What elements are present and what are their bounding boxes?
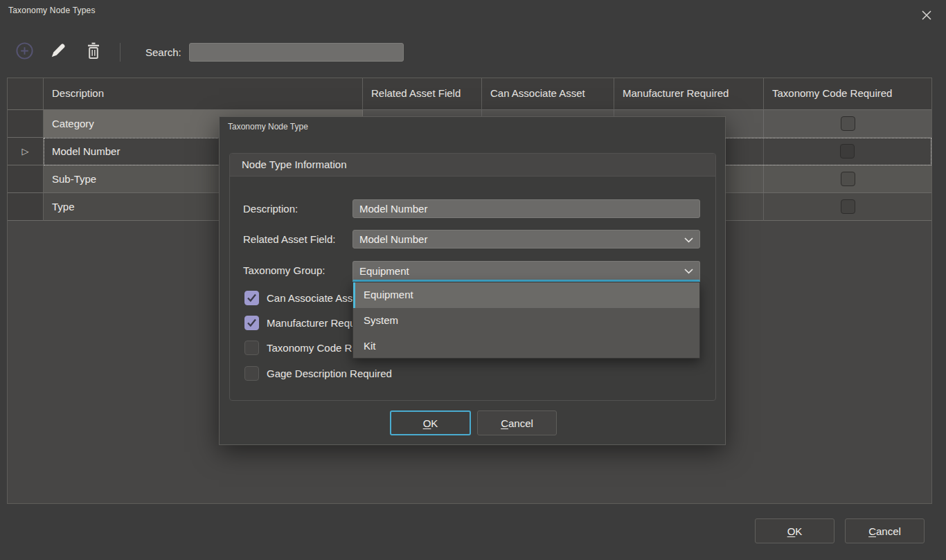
- column-header-description[interactable]: Description: [44, 78, 363, 110]
- dropdown-option-equipment[interactable]: Equipment: [353, 282, 699, 308]
- dropdown-option-system[interactable]: System: [353, 308, 699, 334]
- taxonomy-group-dropdown-list: Equipment System Kit: [352, 282, 700, 359]
- chevron-down-icon: [684, 237, 693, 243]
- add-circle-icon: [15, 41, 35, 61]
- manufacturer-required-checkbox[interactable]: [244, 316, 259, 330]
- taxonomy-code-required-checkbox[interactable]: [841, 116, 855, 131]
- description-input[interactable]: [352, 199, 700, 218]
- cancel-button[interactable]: Cancel: [845, 518, 925, 543]
- column-header-can-associate-asset[interactable]: Can Associate Asset: [482, 78, 614, 110]
- taxonomy-code-required-cell[interactable]: [764, 193, 931, 221]
- pencil-icon: [49, 42, 67, 60]
- description-label: Description:: [243, 199, 298, 218]
- gage-description-required-checkbox[interactable]: [244, 366, 259, 381]
- edit-button[interactable]: [48, 40, 69, 61]
- check-icon: [247, 318, 257, 327]
- taxonomy-code-required-cell[interactable]: [764, 138, 931, 165]
- current-row-indicator-icon: ▷: [22, 146, 29, 156]
- checkbox-label: Gage Description Required: [267, 368, 392, 379]
- delete-button[interactable]: [83, 40, 104, 61]
- window-title: Taxonomy Node Types: [8, 6, 96, 15]
- taxonomy-code-required-cell[interactable]: [764, 110, 931, 138]
- can-associate-asset-option[interactable]: Can Associate Asset: [244, 291, 362, 305]
- table-header-row: Description Related Asset Field Can Asso…: [8, 78, 931, 110]
- check-icon: [247, 293, 257, 302]
- row-header-cell[interactable]: [8, 110, 44, 138]
- group-title: Node Type Information: [230, 154, 715, 177]
- column-header-related-asset-field[interactable]: Related Asset Field: [363, 78, 482, 110]
- taxonomy-code-required-cell[interactable]: [764, 165, 931, 193]
- related-asset-field-label: Related Asset Field:: [243, 230, 335, 249]
- checkbox-label: Can Associate Asset: [267, 292, 362, 304]
- row-header-cell[interactable]: [8, 165, 44, 193]
- chevron-down-icon: [684, 269, 693, 274]
- toolbar-separator: [120, 43, 121, 62]
- close-button[interactable]: [917, 7, 936, 24]
- gage-description-required-option[interactable]: Gage Description Required: [244, 366, 392, 381]
- search-input[interactable]: [189, 43, 404, 62]
- taxonomy-code-required-checkbox[interactable]: [841, 199, 855, 214]
- taxonomy-group-value: Equipment: [359, 262, 409, 280]
- column-header-manufacturer-required[interactable]: Manufacturer Required: [614, 78, 764, 110]
- taxonomy-code-required-checkbox[interactable]: [244, 341, 259, 355]
- add-button[interactable]: [14, 40, 35, 61]
- dropdown-option-kit[interactable]: Kit: [353, 334, 699, 359]
- taxonomy-code-required-checkbox[interactable]: [840, 144, 855, 159]
- dialog-cancel-button[interactable]: Cancel: [477, 410, 557, 435]
- ok-button[interactable]: OK: [755, 518, 835, 543]
- close-icon: [921, 10, 932, 21]
- can-associate-asset-checkbox[interactable]: [244, 291, 259, 305]
- related-asset-field-dropdown[interactable]: Model Number: [352, 230, 700, 249]
- dialog-title: Taxonomy Node Type: [228, 122, 308, 132]
- taxonomy-code-required-checkbox[interactable]: [841, 172, 855, 186]
- column-header-taxonomy-code-required[interactable]: Taxonomy Code Required: [764, 78, 931, 110]
- row-header-cell[interactable]: ▷: [8, 138, 44, 165]
- related-asset-field-value: Model Number: [359, 231, 427, 248]
- taxonomy-group-dropdown[interactable]: Equipment: [352, 261, 700, 282]
- trash-icon: [85, 42, 102, 60]
- search-label: Search:: [145, 43, 181, 62]
- row-indicator-column-header[interactable]: [8, 78, 44, 110]
- dialog-ok-button[interactable]: OK: [390, 410, 471, 435]
- row-header-cell[interactable]: [8, 193, 44, 221]
- taxonomy-node-type-dialog: Taxonomy Node Type Node Type Information…: [219, 116, 726, 445]
- taxonomy-group-label: Taxonomy Group:: [243, 261, 325, 280]
